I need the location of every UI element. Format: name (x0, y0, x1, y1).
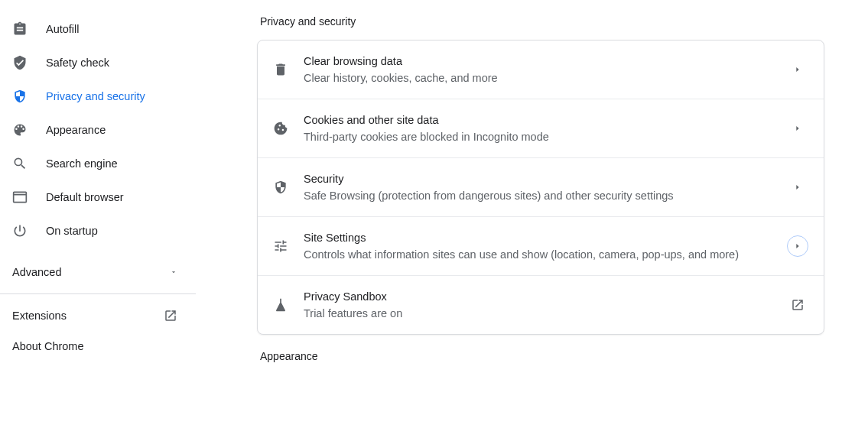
row-cookies[interactable]: Cookies and other site data Third-party … (258, 99, 824, 158)
row-title: Clear browsing data (304, 53, 787, 70)
sidebar-extensions[interactable]: Extensions (0, 300, 196, 331)
external-link-icon (787, 294, 808, 316)
sidebar-item-label: Safety check (46, 57, 109, 69)
sidebar-item-label: Privacy and security (46, 90, 145, 102)
sidebar-item-on-startup[interactable]: On startup (0, 216, 196, 246)
sidebar-separator (0, 293, 196, 294)
row-title: Privacy Sandbox (304, 288, 787, 305)
sidebar-about-chrome[interactable]: About Chrome (0, 331, 196, 362)
chevron-right-icon (787, 59, 808, 80)
chevron-right-icon (787, 235, 808, 257)
autofill-icon (12, 21, 28, 37)
row-clear-browsing-data[interactable]: Clear browsing data Clear history, cooki… (258, 41, 824, 99)
sidebar-item-label: On startup (46, 225, 98, 237)
startup-icon (12, 223, 28, 238)
row-desc: Third-party cookies are blocked in Incog… (304, 128, 787, 145)
row-security[interactable]: Security Safe Browsing (protection from … (258, 158, 824, 217)
row-desc: Trial features are on (304, 305, 787, 322)
row-text: Site Settings Controls what information … (304, 229, 787, 263)
trash-icon (273, 62, 288, 77)
sidebar-item-label: Default browser (46, 191, 124, 203)
sidebar-item-privacy-security[interactable]: Privacy and security (0, 81, 196, 112)
sliders-icon (273, 238, 288, 254)
safety-check-icon (12, 55, 28, 70)
appearance-icon (12, 122, 28, 138)
privacy-card: Clear browsing data Clear history, cooki… (257, 40, 824, 335)
sidebar-item-safety-check[interactable]: Safety check (0, 47, 196, 78)
row-privacy-sandbox[interactable]: Privacy Sandbox Trial features are on (258, 276, 824, 334)
cookie-icon (273, 121, 288, 136)
section-header-privacy: Privacy and security (257, 0, 850, 40)
row-text: Privacy Sandbox Trial features are on (304, 288, 787, 322)
sidebar-item-label: Appearance (46, 124, 106, 136)
row-text: Clear browsing data Clear history, cooki… (304, 53, 787, 86)
section-header-appearance: Appearance (257, 335, 850, 374)
sidebar-item-default-browser[interactable]: Default browser (0, 182, 196, 212)
row-site-settings[interactable]: Site Settings Controls what information … (258, 217, 824, 276)
row-desc: Safe Browsing (protection from dangerous… (304, 187, 787, 204)
row-title: Cookies and other site data (304, 112, 787, 128)
row-desc: Controls what information sites can use … (304, 246, 787, 263)
row-title: Security (304, 170, 787, 187)
sidebar-item-autofill[interactable]: Autofill (0, 14, 196, 44)
settings-sidebar: Autofill Safety check Privacy and securi… (0, 0, 196, 374)
chevron-right-icon (787, 118, 808, 139)
row-title: Site Settings (304, 229, 787, 246)
search-icon (12, 156, 28, 171)
row-text: Cookies and other site data Third-party … (304, 112, 787, 145)
extensions-label: Extensions (12, 310, 67, 322)
about-label: About Chrome (12, 340, 84, 352)
sidebar-item-label: Search engine (46, 157, 118, 170)
sidebar-item-label: Autofill (46, 23, 80, 35)
chevron-down-icon (170, 268, 177, 276)
external-link-icon (164, 309, 177, 323)
shield-icon (273, 180, 288, 195)
sidebar-item-search-engine[interactable]: Search engine (0, 148, 196, 179)
sidebar-item-appearance[interactable]: Appearance (0, 115, 196, 145)
row-text: Security Safe Browsing (protection from … (304, 170, 787, 204)
advanced-label: Advanced (12, 266, 62, 278)
default-browser-icon (12, 190, 28, 205)
row-desc: Clear history, cookies, cache, and more (304, 70, 787, 86)
flask-icon (273, 297, 288, 313)
privacy-shield-icon (12, 89, 28, 104)
chevron-right-icon (787, 177, 808, 198)
main-content: Privacy and security Clear browsing data… (196, 0, 868, 374)
sidebar-advanced-toggle[interactable]: Advanced (0, 257, 196, 287)
